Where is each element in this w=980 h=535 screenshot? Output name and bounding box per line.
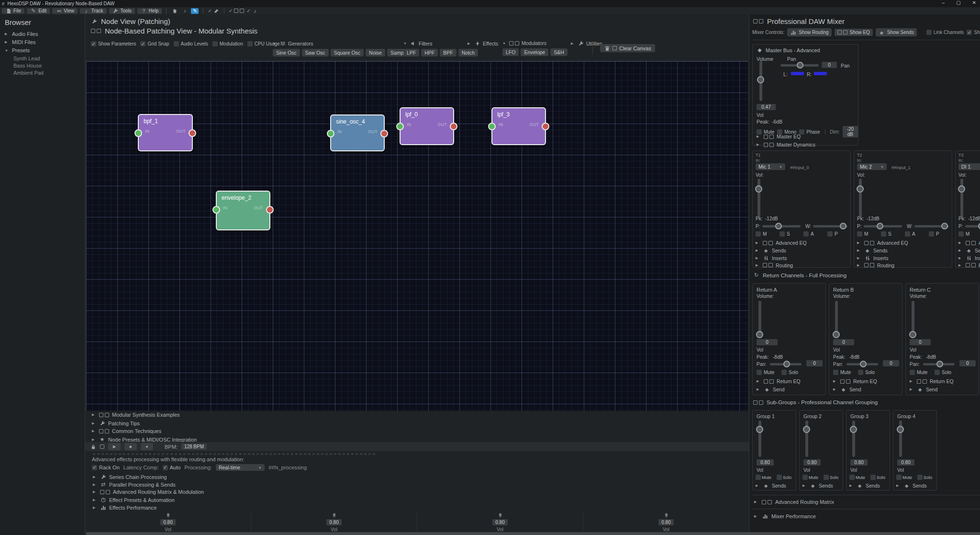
fx-slot-slider[interactable] [333, 513, 335, 518]
return-mute-toggle[interactable]: Mute [833, 370, 851, 375]
slider-handle[interactable] [756, 331, 763, 338]
palette-header-modulators[interactable]: ▼Modulators [502, 40, 568, 46]
checkbox[interactable] [824, 475, 829, 480]
group-mute-toggle[interactable]: Mute [756, 475, 771, 480]
track-width-slider[interactable] [914, 225, 949, 228]
input-source-dropdown[interactable]: Mic 1▼ [756, 163, 785, 170]
auto-checkbox[interactable]: ✓ [163, 465, 168, 470]
toolbar-check-squares-icon[interactable]: ✓ [229, 8, 244, 13]
node-button-noise[interactable]: Noise [366, 49, 385, 57]
graph-node-lpf_0[interactable]: lpf_0INOUT [400, 107, 454, 145]
mixer-button-show-eq[interactable]: Show EQ [835, 29, 873, 36]
group-volume-slider[interactable] [805, 421, 808, 457]
checkbox[interactable] [870, 475, 876, 480]
slider-handle[interactable] [897, 426, 904, 433]
checkbox[interactable]: ✓ [967, 30, 972, 35]
fx-slot-value[interactable]: 0.80 [492, 519, 507, 525]
slider-handle[interactable] [941, 223, 948, 229]
node-canvas[interactable]: bpf_1INOUTsine_osc_4INOUTlpf_0INOUTlpf_3… [86, 61, 748, 411]
track-width-slider[interactable] [813, 225, 847, 228]
maximize-button[interactable]: ▢ [956, 0, 960, 5]
master-volume-slider[interactable] [759, 61, 762, 101]
return-section-return-eq[interactable]: ▶Return EQ [910, 378, 954, 384]
checkbox[interactable] [858, 370, 863, 375]
node-button-saw-osc[interactable]: Saw Osc [302, 49, 329, 57]
group-mute-toggle[interactable]: Mute [802, 475, 818, 480]
checkbox[interactable] [926, 30, 932, 35]
track-section-routing[interactable]: ▶Routing [756, 262, 793, 268]
node-button-hpf[interactable]: HPF [421, 49, 438, 57]
slider-handle[interactable] [756, 426, 763, 433]
track-section-inserts[interactable]: ▶Inserts [756, 255, 787, 261]
input-source-dropdown[interactable]: DI 1▼ [958, 163, 980, 170]
fx-slot-value[interactable]: 0.80 [160, 519, 175, 525]
master-section-master-eq[interactable]: ▶Master EQ [757, 134, 815, 139]
slider-handle[interactable] [783, 361, 790, 367]
track-p-toggle[interactable]: P [827, 231, 838, 237]
checkbox[interactable] [896, 475, 902, 480]
group-section-sends[interactable]: ▶♣Sends [896, 482, 927, 489]
checkbox[interactable] [905, 231, 910, 237]
track-a-toggle[interactable]: A [905, 231, 915, 237]
return-pan-value[interactable]: 0 [883, 360, 899, 366]
record-button[interactable]: ● [141, 443, 153, 450]
input-port[interactable] [396, 123, 404, 130]
track-section-sends[interactable]: ▶♣Sends [857, 248, 888, 254]
section-patching-tips[interactable]: ▶Patching Tips [92, 420, 140, 426]
checkbox[interactable] [935, 370, 940, 375]
dim-value[interactable]: -20 dB [843, 126, 858, 137]
track-pan-slider[interactable] [965, 225, 980, 228]
toolbar-hand-icon[interactable] [171, 8, 178, 14]
menu-file[interactable]: File [2, 8, 24, 14]
return-section-return-eq[interactable]: ▶Return EQ [833, 378, 877, 384]
graph-node-sine_osc_4[interactable]: sine_osc_4INOUT [330, 114, 385, 151]
toggle-audio-levels[interactable]: Audio Levels [174, 41, 208, 46]
group-volume-value[interactable]: 0.80 [897, 459, 914, 466]
output-port[interactable] [380, 130, 388, 137]
checkbox[interactable] [757, 370, 762, 375]
return-solo-toggle[interactable]: Solo [935, 370, 951, 375]
group-mute-toggle[interactable]: Mute [849, 475, 865, 480]
input-port[interactable] [488, 123, 496, 130]
menu-help[interactable]: ?Help [137, 8, 162, 14]
track-m-toggle[interactable]: M [756, 231, 767, 237]
track-volume-slider[interactable] [960, 179, 963, 217]
return-volume-slider[interactable] [912, 301, 914, 336]
group-volume-slider[interactable] [899, 421, 902, 457]
slider-handle[interactable] [757, 76, 764, 83]
graph-node-envelope_2[interactable]: envelope_2INOUT [216, 191, 270, 230]
return-pan-slider[interactable] [770, 363, 802, 365]
track-s-toggle[interactable]: S [881, 231, 891, 237]
slider-handle[interactable] [755, 185, 762, 193]
transport-box-icon[interactable] [100, 444, 104, 449]
group-solo-toggle[interactable]: Solo [824, 475, 838, 480]
group-volume-value[interactable]: 0.80 [850, 459, 868, 466]
return-section-send[interactable]: ▶♣Send [833, 386, 861, 392]
checkbox[interactable] [212, 41, 218, 46]
return-solo-toggle[interactable]: Solo [858, 370, 875, 375]
node-button-s-h[interactable]: S&H [550, 48, 568, 56]
fx-section-advanced-routing-matrix-modulation[interactable]: ▶Advanced Routing Matrix & Modulation [93, 489, 204, 495]
menu-tools[interactable]: Tools [109, 8, 135, 14]
mixer-section-advanced-routing-matrix[interactable]: ▶Advanced Routing Matrix [754, 499, 980, 505]
node-button-square-osc[interactable]: Square Osc [331, 49, 364, 57]
slider-handle[interactable] [860, 361, 867, 367]
output-port[interactable] [542, 123, 549, 130]
mixer-toggle-show-levels[interactable]: ✓Show Levels [967, 30, 980, 35]
section-common-techniques[interactable]: ▶Common Techniques [92, 428, 161, 434]
input-port[interactable] [134, 129, 142, 137]
toggle-grid-snap[interactable]: ✓Grid Snap [140, 41, 169, 46]
return-mute-toggle[interactable]: Mute [757, 370, 774, 375]
track-p-toggle[interactable]: P [929, 231, 939, 237]
group-volume-slider[interactable] [758, 421, 761, 457]
output-port[interactable] [189, 129, 196, 137]
group-solo-toggle[interactable]: Solo [917, 475, 932, 480]
slider-handle[interactable] [803, 426, 810, 433]
slider-handle[interactable] [909, 331, 916, 338]
node-button-envelope[interactable]: Envelope [521, 48, 548, 56]
checkbox[interactable] [881, 231, 886, 237]
return-pan-value[interactable]: 0 [806, 360, 823, 366]
return-pan-value[interactable]: 0 [959, 360, 976, 366]
fx-slot-slider[interactable] [167, 513, 169, 518]
checkbox[interactable] [910, 370, 915, 375]
